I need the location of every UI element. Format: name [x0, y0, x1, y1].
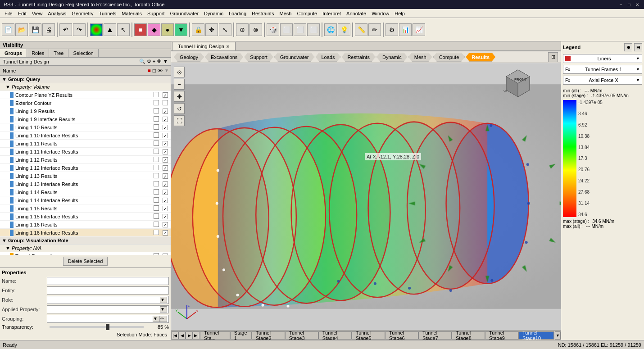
check1[interactable] — [154, 189, 159, 195]
tree-item[interactable]: Lining 1 15 Results — [0, 204, 171, 213]
light-button[interactable]: 💡 — [338, 23, 350, 36]
tab-groups[interactable]: Groups — [0, 49, 27, 57]
check1[interactable] — [154, 141, 159, 146]
check2[interactable] — [163, 165, 168, 171]
stage-tab-4[interactable]: Tunnel Stage4 — [318, 331, 352, 340]
check1[interactable] — [154, 213, 159, 219]
tree-item[interactable]: Lining 1 15 Interface Results — [0, 213, 171, 221]
annotate-button[interactable]: ✏ — [368, 23, 381, 36]
view-side-button[interactable]: ⬜ — [307, 23, 320, 36]
menu-help[interactable]: Help — [392, 10, 408, 17]
legend-icon-btn2[interactable]: ⊟ — [634, 43, 642, 51]
menu-mesh[interactable]: Mesh — [277, 10, 295, 17]
tool3-button[interactable]: ● — [161, 23, 174, 36]
check2[interactable] — [163, 117, 168, 122]
stage-tab-3[interactable]: Tunnel Stage3 — [285, 331, 318, 340]
tree-item[interactable]: Lining 1 12 Results — [0, 156, 171, 164]
print-button[interactable]: 🖨 — [42, 23, 55, 36]
check2[interactable] — [163, 109, 168, 114]
vp-rotate-button[interactable]: ↺ — [174, 103, 185, 114]
check2[interactable] — [163, 230, 168, 236]
tree-item[interactable]: Lining 1 11 Interface Results — [0, 148, 171, 156]
tree-item[interactable]: Lining 1 13 Results — [0, 172, 171, 180]
menu-groundwater[interactable]: Groundwater — [168, 10, 202, 17]
wf-tab-restraints[interactable]: Restraints — [341, 53, 376, 62]
tree-item[interactable]: Lining 1 10 Results — [0, 123, 171, 131]
render-button[interactable]: ▲ — [104, 23, 116, 36]
tree-item[interactable]: Exterior Contour — [0, 99, 171, 107]
tree-item-tunnel-frames[interactable]: Tunnel Frames 1 — [0, 252, 171, 255]
stage-tab-tunnel-sta[interactable]: Tunnel Sta... — [200, 331, 230, 340]
check2[interactable] — [163, 157, 168, 163]
tree-item[interactable]: Lining 1 9 Results — [0, 107, 171, 115]
check1[interactable] — [154, 116, 159, 122]
check2[interactable] — [163, 181, 168, 187]
check2[interactable] — [163, 222, 168, 227]
scale-button[interactable]: ⤡ — [219, 23, 231, 36]
tool2-button[interactable]: ◆ — [148, 23, 160, 36]
transparency-slider[interactable] — [50, 326, 144, 328]
check1[interactable] — [154, 165, 159, 170]
stage-first-button[interactable]: |◀ — [171, 331, 178, 340]
legend-icon-btn1[interactable]: ⊞ — [624, 43, 632, 51]
stage-tab-8[interactable]: Tunnel Stage8 — [452, 331, 485, 340]
wf-grid-button[interactable]: ⊞ — [548, 52, 558, 62]
save-button[interactable]: 💾 — [29, 23, 41, 36]
menu-window[interactable]: Window — [369, 10, 392, 17]
menu-analysis[interactable]: Analysis — [45, 10, 69, 17]
wf-tab-geology[interactable]: Geology — [174, 53, 204, 62]
check2[interactable] — [163, 206, 168, 211]
wf-tab-loads[interactable]: Loads — [315, 53, 340, 62]
vp-fullscreen-button[interactable]: ⛶ — [174, 115, 185, 126]
redo-button[interactable]: ↷ — [73, 23, 86, 36]
viewport-tab[interactable]: Tunnel Lining Design ✕ — [172, 42, 236, 50]
tree-item[interactable]: Lining 1 10 Interface Results — [0, 131, 171, 140]
menu-annotate[interactable]: Annotate — [344, 10, 369, 17]
stage-tab-10[interactable]: Tunnel Stage10 — [518, 331, 554, 340]
view3d-button[interactable]: 🎲 — [267, 23, 279, 36]
snap2-button[interactable]: ⊗ — [249, 23, 262, 36]
menu-interpret[interactable]: Interpret — [320, 10, 344, 17]
wf-tab-excavations[interactable]: Excavations — [205, 53, 243, 62]
check2[interactable] — [163, 173, 168, 179]
menu-loading[interactable]: Loading — [226, 10, 249, 17]
tree-item[interactable]: Lining 1 9 Interface Results — [0, 115, 171, 123]
tool1-button[interactable]: ■ — [134, 23, 147, 36]
check1[interactable] — [154, 100, 159, 105]
prop-na[interactable]: ▼ Property: N/A — [0, 245, 171, 252]
menu-tunnels[interactable]: Tunnels — [96, 10, 119, 17]
prop-volume[interactable]: ▼ Property: Volume — [0, 83, 171, 91]
chart-button[interactable]: 📈 — [413, 23, 425, 36]
tab-roles[interactable]: Roles — [27, 49, 49, 57]
check2[interactable] — [163, 198, 168, 203]
menu-view[interactable]: View — [29, 10, 45, 17]
tab-tree[interactable]: Tree — [49, 49, 68, 57]
tree-item[interactable]: Contour Plane YZ Results — [0, 91, 171, 99]
color-button[interactable] — [90, 23, 103, 36]
tree-item[interactable]: Lining 1 14 Results — [0, 188, 171, 196]
prop-grouping-dropdown-btn[interactable]: ▼ — [153, 316, 160, 322]
menu-materials[interactable]: Materials — [119, 10, 145, 17]
select-button[interactable]: ↖ — [117, 23, 130, 36]
check2[interactable] — [163, 125, 168, 130]
check1[interactable] — [154, 124, 159, 130]
check1[interactable] — [154, 197, 159, 203]
menu-geometry[interactable]: Geometry — [69, 10, 96, 17]
wf-tab-compute[interactable]: Compute — [433, 53, 465, 62]
check1[interactable] — [154, 253, 159, 255]
check1[interactable] — [154, 108, 159, 113]
vp-zoom-fit-button[interactable]: ⊙ — [174, 67, 185, 77]
check1[interactable] — [154, 173, 159, 178]
stage-tab-1[interactable]: Stage 1 — [230, 331, 252, 340]
prop-applied-input[interactable] — [49, 306, 160, 313]
prop-role-input[interactable] — [49, 297, 160, 303]
vp-zoom-out-button[interactable]: − — [174, 79, 185, 90]
check2[interactable] — [163, 254, 168, 255]
measure-button[interactable]: 📏 — [355, 23, 367, 36]
check1[interactable] — [154, 181, 159, 186]
tree-item[interactable]: Lining 1 13 Interface Results — [0, 180, 171, 188]
check1[interactable] — [154, 157, 159, 162]
tree-item[interactable]: Lining 1 12 Interface Results — [0, 164, 171, 172]
tree-item[interactable]: Lining 1 16 Results — [0, 221, 171, 229]
maximize-button[interactable]: □ — [626, 1, 632, 8]
